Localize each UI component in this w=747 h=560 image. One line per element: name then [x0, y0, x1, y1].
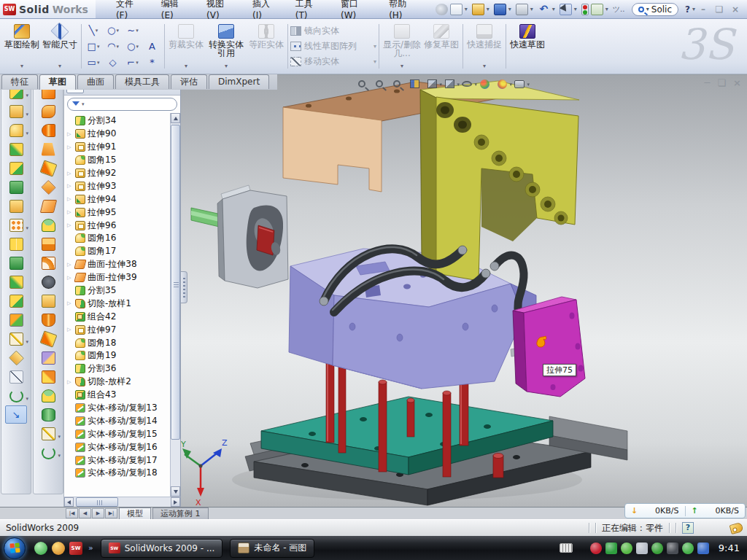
surface[interactable]: [37, 197, 59, 215]
undo-icon[interactable]: ↶: [538, 4, 550, 15]
reference-axis-2[interactable]: [37, 424, 59, 443]
part-nozzle-block[interactable]: [217, 185, 288, 288]
line[interactable]: ╲▾: [84, 23, 103, 38]
tree-item[interactable]: 拉伸93: [66, 179, 180, 192]
ellipse[interactable]: ○▾: [123, 39, 142, 54]
dome[interactable]: [37, 216, 59, 234]
menu-item[interactable]: 窗口(W): [341, 0, 370, 20]
dropdown-icon[interactable]: ▾: [465, 4, 470, 15]
tree-item[interactable]: 拉伸94: [66, 192, 180, 206]
core[interactable]: [37, 311, 59, 329]
guard-icon[interactable]: [682, 542, 694, 554]
helix[interactable]: [5, 386, 27, 405]
dropdown-icon[interactable]: ▾: [574, 4, 579, 15]
slot[interactable]: ▭▾: [84, 55, 103, 70]
tree-item[interactable]: 圆角19: [66, 349, 180, 362]
command-tab[interactable]: 草图: [39, 74, 76, 90]
offset-entities-button[interactable]: 等距实体: [247, 21, 285, 71]
arc[interactable]: ◠▾: [104, 39, 123, 54]
reference-plane[interactable]: [5, 349, 27, 367]
repair-sketch-button[interactable]: 修复草图: [422, 21, 460, 71]
menu-item[interactable]: 工具(T): [295, 0, 322, 20]
start-button[interactable]: [4, 537, 26, 559]
tree-item[interactable]: 圆角15: [66, 154, 180, 167]
security-shield-icon[interactable]: [605, 542, 617, 554]
apply-scene-icon[interactable]: ▾: [495, 77, 509, 90]
document-tab[interactable]: 模型: [119, 508, 151, 519]
rebuild-traffic-light-icon[interactable]: [581, 4, 589, 15]
quick-snaps-button[interactable]: 快速捕捉▾: [465, 21, 503, 71]
messenger-icon[interactable]: [34, 542, 47, 555]
tree-item[interactable]: 切除-放样1: [66, 297, 180, 310]
command-tab[interactable]: 评估: [171, 74, 207, 89]
menu-item[interactable]: 帮助(H): [389, 0, 417, 20]
tree-filter-box[interactable]: ▾: [67, 98, 177, 111]
combine[interactable]: [5, 292, 27, 310]
pattern-box[interactable]: [143, 23, 162, 38]
expand-arrow-icon[interactable]: [67, 275, 73, 281]
alert-icon[interactable]: [667, 542, 678, 554]
previous-view-icon[interactable]: [390, 77, 404, 90]
circle[interactable]: ○▾: [104, 23, 123, 38]
taskbar-button-solidworks[interactable]: SW SolidWorks 2009 - ...: [101, 539, 223, 558]
select-icon[interactable]: [560, 4, 572, 15]
doc-nav-icon[interactable]: ◀: [79, 508, 91, 518]
tree-item[interactable]: 分割35: [66, 284, 180, 298]
fillet[interactable]: [5, 121, 27, 139]
expand-arrow-icon[interactable]: [67, 379, 73, 385]
indent[interactable]: [37, 121, 59, 139]
tree-item[interactable]: 圆角18: [66, 336, 180, 349]
hole-wizard[interactable]: [5, 197, 27, 215]
rib[interactable]: [5, 254, 27, 272]
expand-arrow-icon[interactable]: [67, 144, 73, 150]
expand-arrow-icon[interactable]: [67, 262, 73, 268]
quick-launch-overflow-icon[interactable]: »: [88, 543, 93, 553]
tree-item[interactable]: 拉伸91: [66, 141, 180, 154]
linear-pattern[interactable]: [5, 216, 27, 234]
display-style-icon[interactable]: ▾: [442, 77, 457, 90]
tree-horizontal-scrollbar[interactable]: [64, 497, 180, 507]
print-icon[interactable]: [516, 4, 528, 15]
swept-boss[interactable]: [5, 140, 27, 158]
dropdown-icon[interactable]: ▾: [605, 4, 611, 15]
expand-arrow-icon[interactable]: [67, 183, 73, 189]
parting-surface[interactable]: [37, 349, 59, 367]
part-clamp-bracket[interactable]: [420, 81, 579, 281]
menu-item[interactable]: 文件(F): [116, 0, 142, 20]
boss[interactable]: [5, 159, 27, 177]
menu-item[interactable]: 编辑(E): [161, 0, 187, 20]
command-tab[interactable]: 特征: [1, 74, 38, 89]
part-locating-pin[interactable]: [493, 454, 503, 478]
monitor-icon[interactable]: [697, 542, 709, 554]
reference-axis[interactable]: [5, 330, 27, 348]
cut-surface[interactable]: [5, 178, 27, 196]
filter-dropdown-icon[interactable]: ▾: [82, 101, 85, 107]
part-slide-block[interactable]: [513, 297, 585, 397]
move-entities-button[interactable]: 移动实体▾: [290, 55, 376, 68]
options-icon[interactable]: [591, 4, 603, 15]
tree-item[interactable]: 圆角16: [66, 232, 180, 245]
scroll-right-icon[interactable]: [171, 497, 180, 507]
zoom-to-area-icon[interactable]: [372, 77, 387, 90]
tree-item[interactable]: 实体-移动/复制13: [66, 402, 180, 415]
dropdown-icon[interactable]: ▾: [487, 4, 492, 15]
command-tab[interactable]: DimXpert: [209, 74, 269, 89]
smart-dimension-button[interactable]: 智能尺寸▾: [41, 21, 79, 71]
usb-device-icon[interactable]: [651, 542, 663, 554]
search-box[interactable]: ▾ Solic: [632, 3, 678, 16]
tree-item[interactable]: 实体-移动/复制14: [66, 414, 180, 427]
tree-item[interactable]: 分割34: [66, 114, 180, 128]
delete-body[interactable]: [37, 273, 59, 291]
system-tool-icon[interactable]: [621, 542, 632, 554]
scroll-up-icon[interactable]: [171, 113, 180, 123]
dropdown-icon[interactable]: ▾: [530, 4, 535, 15]
tree-item[interactable]: 切除-放样2: [66, 376, 180, 389]
graphics-area[interactable]: X Y Z ▾▾▾▾▾ ─ ❏ × 拉伸75: [181, 75, 747, 507]
scroll-thumb[interactable]: [76, 497, 118, 507]
doc-nav-icon[interactable]: |◀: [66, 508, 78, 518]
expand-arrow-icon[interactable]: [67, 327, 73, 332]
tree-item[interactable]: 曲面-拉伸38: [66, 258, 180, 271]
tree-item[interactable]: 曲面-拉伸39: [66, 271, 180, 284]
tree-item[interactable]: 组合43: [66, 389, 180, 402]
tree-item[interactable]: 实体-移动/复制15: [66, 427, 180, 440]
